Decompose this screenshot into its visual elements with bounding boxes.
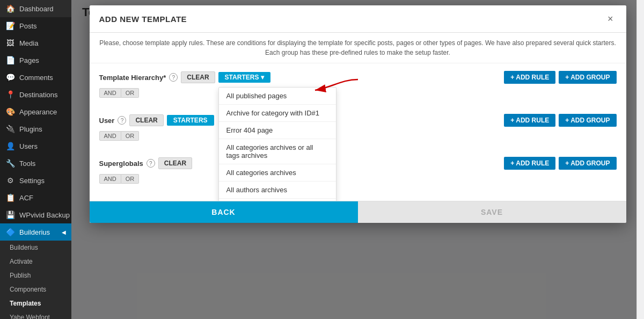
dropdown-item-error-404[interactable]: Error 404 page [219, 122, 336, 139]
user-section-label-row: User ? CLEAR STARTERS + ADD RULE + ADD G… [99, 114, 617, 127]
modal-header: ADD NEW TEMPLATE × [90, 5, 626, 33]
acf-icon: 📋 [5, 193, 15, 202]
sidebar-item-tools[interactable]: 🔧 Tools [0, 155, 71, 172]
starters-label: STARTERS [225, 74, 259, 81]
or-button-superglobals[interactable]: OR [121, 174, 140, 184]
modal-close-button[interactable]: × [604, 13, 617, 25]
main-content: Templates ADD NEW ADD NEW TEMPLATE × Ple… [71, 0, 644, 319]
superglobals-label: Superglobals [99, 160, 143, 168]
sidebar-item-dashboard[interactable]: 🏠 Dashboard [0, 0, 71, 17]
starters-chevron-icon: ▾ [261, 74, 264, 81]
or-button-hierarchy[interactable]: OR [121, 88, 140, 98]
section-label-row: Template Hierarchy* ? CLEAR STARTERS ▾ A [99, 71, 617, 84]
media-icon: 🖼 [5, 39, 15, 47]
starters-dropdown-menu: All published pages Archive for category… [218, 87, 336, 201]
modal-overlay: ADD NEW TEMPLATE × Please, choose templa… [71, 0, 644, 319]
dashboard-icon: 🏠 [5, 4, 15, 13]
superglobals-help-icon[interactable]: ? [147, 159, 155, 168]
and-button-superglobals[interactable]: AND [99, 174, 121, 184]
template-hierarchy-label: Template Hierarchy* [99, 74, 166, 82]
submenu-label: Builderius [10, 244, 38, 251]
save-button[interactable]: SAVE [358, 201, 626, 223]
and-button-user[interactable]: AND [99, 131, 121, 141]
template-hierarchy-add-rule-button[interactable]: + ADD RULE [504, 71, 555, 84]
sidebar-item-label: ACF [19, 194, 33, 202]
sidebar-item-posts[interactable]: 📝 Posts [0, 17, 71, 34]
sidebar-item-appearance[interactable]: 🎨 Appearance [0, 103, 71, 120]
sidebar-item-acf[interactable]: 📋 ACF [0, 189, 71, 206]
destinations-icon: 📍 [5, 90, 15, 99]
sidebar-item-users[interactable]: 👤 Users [0, 137, 71, 155]
sidebar-item-label: Users [19, 142, 38, 150]
submenu-label: Activate [10, 258, 33, 265]
sidebar: 🏠 Dashboard 📝 Posts 🖼 Media 📄 Pages 💬 Co… [0, 0, 71, 319]
modal-description: Please, choose template apply rules. The… [90, 33, 626, 63]
modal: ADD NEW TEMPLATE × Please, choose templa… [90, 5, 626, 223]
sidebar-item-builderius[interactable]: 🔷 Builderius ◀ [0, 223, 71, 241]
starters-button[interactable]: STARTERS ▾ [218, 72, 271, 83]
sidebar-item-label: Destinations [19, 91, 58, 99]
sidebar-item-plugins[interactable]: 🔌 Plugins [0, 120, 71, 137]
sidebar-item-label: Posts [19, 22, 37, 30]
template-hierarchy-section: Template Hierarchy* ? CLEAR STARTERS ▾ A [99, 71, 617, 98]
sidebar-item-label: Appearance [19, 108, 57, 116]
back-button[interactable]: BACK [90, 201, 358, 223]
dropdown-item-all-authors[interactable]: All authors archives [219, 182, 336, 199]
user-help-icon[interactable]: ? [118, 116, 126, 125]
sidebar-item-label: Pages [19, 56, 39, 64]
and-button-hierarchy[interactable]: AND [99, 88, 121, 98]
user-label: User [99, 117, 115, 125]
modal-title: ADD NEW TEMPLATE [99, 15, 187, 24]
and-or-bar-superglobals: AND OR [99, 174, 617, 184]
pages-icon: 📄 [5, 56, 15, 64]
dropdown-item-all-archives[interactable]: All archives [219, 199, 336, 201]
sidebar-item-media[interactable]: 🖼 Media [0, 34, 71, 52]
sidebar-submenu-activate[interactable]: Activate [0, 255, 71, 269]
sidebar-item-pages[interactable]: 📄 Pages [0, 52, 71, 69]
sidebar-collapse-icon: ◀ [62, 229, 66, 235]
appearance-icon: 🎨 [5, 107, 15, 116]
sidebar-item-destinations[interactable]: 📍 Destinations [0, 86, 71, 103]
submenu-label: Publish [10, 272, 31, 279]
sidebar-submenu-builderius[interactable]: Builderius [0, 241, 71, 255]
superglobals-label-row: Superglobals ? CLEAR + ADD RULE + ADD GR… [99, 157, 617, 170]
or-button-user[interactable]: OR [121, 131, 140, 141]
sidebar-item-label: Comments [19, 74, 53, 82]
template-hierarchy-help-icon[interactable]: ? [169, 73, 178, 82]
submenu-label: Yabe Webfont [10, 314, 50, 319]
dropdown-item-all-categories[interactable]: All categories archives [219, 164, 336, 182]
sidebar-item-comments[interactable]: 💬 Comments [0, 69, 71, 86]
dropdown-item-all-cat-tags[interactable]: All categories archives or all tags arch… [219, 139, 336, 164]
sidebar-submenu-components[interactable]: Components [0, 282, 71, 296]
user-clear-button[interactable]: CLEAR [129, 114, 163, 126]
submenu-label: Components [10, 286, 46, 293]
sidebar-item-label: Media [19, 39, 38, 47]
user-add-group-button[interactable]: + ADD GROUP [559, 114, 616, 127]
dropdown-item-archive-category[interactable]: Archive for category with ID#1 [219, 105, 336, 122]
sidebar-submenu-publish[interactable]: Publish [0, 269, 71, 282]
posts-icon: 📝 [5, 21, 15, 30]
sidebar-item-label: Dashboard [19, 5, 54, 13]
settings-icon: ⚙ [5, 176, 15, 185]
user-section: User ? CLEAR STARTERS + ADD RULE + ADD G… [99, 114, 617, 141]
sidebar-item-label: Plugins [19, 125, 42, 133]
users-icon: 👤 [5, 142, 15, 150]
scroll-indicator [636, 0, 644, 319]
sidebar-item-settings[interactable]: ⚙ Settings [0, 172, 71, 189]
dropdown-item-all-published[interactable]: All published pages [219, 88, 336, 105]
sidebar-item-label: WPvivid Backup [19, 211, 70, 219]
sidebar-item-wpvivid[interactable]: 💾 WPvivid Backup [0, 206, 71, 223]
builderius-icon: 🔷 [5, 228, 15, 236]
comments-icon: 💬 [5, 73, 15, 82]
sidebar-submenu-yabe[interactable]: Yabe Webfont [0, 310, 71, 319]
superglobals-add-group-button[interactable]: + ADD GROUP [559, 157, 616, 170]
sidebar-item-label: Settings [19, 177, 45, 185]
sidebar-submenu-templates[interactable]: Templates [0, 296, 71, 310]
template-hierarchy-add-group-button[interactable]: + ADD GROUP [559, 71, 616, 84]
superglobals-clear-button[interactable]: CLEAR [158, 157, 192, 169]
superglobals-add-rule-button[interactable]: + ADD RULE [504, 157, 555, 170]
tools-icon: 🔧 [5, 159, 15, 168]
user-starters-button[interactable]: STARTERS [167, 115, 214, 126]
template-hierarchy-clear-button[interactable]: CLEAR [181, 71, 215, 83]
user-add-rule-button[interactable]: + ADD RULE [504, 114, 555, 127]
